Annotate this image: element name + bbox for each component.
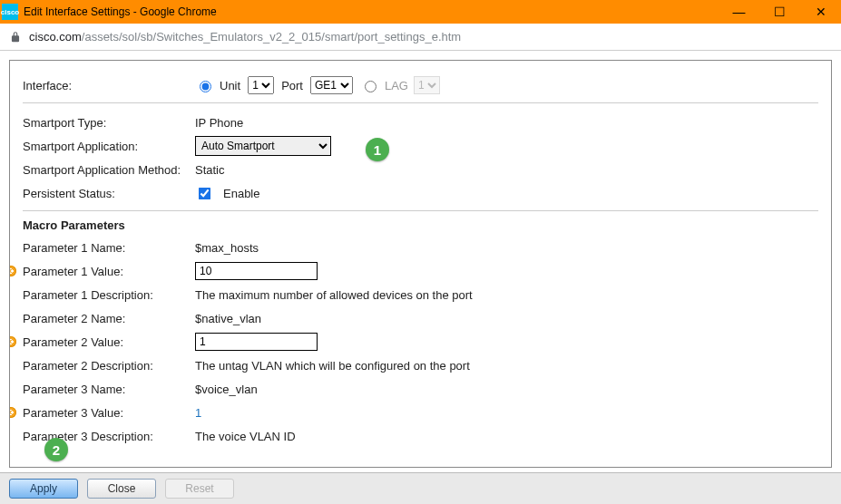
lag-label: LAG — [385, 79, 408, 92]
close-button[interactable]: Close — [87, 479, 156, 499]
minimize-button[interactable]: — — [719, 0, 759, 24]
close-window-button[interactable]: ✕ — [800, 0, 841, 24]
value-p2-name: $native_vlan — [195, 312, 818, 325]
separator-2 — [23, 210, 818, 211]
value-p3-value: 1 — [195, 406, 818, 420]
label-p2-value: Parameter 2 Value: — [23, 335, 195, 349]
label-p1-desc: Parameter 1 Description: — [23, 288, 195, 302]
label-p1-name: Parameter 1 Name: — [23, 241, 195, 255]
reset-button[interactable]: Reset — [165, 479, 234, 499]
port-label: Port — [281, 79, 303, 92]
label-smartport-type: Smartport Type: — [23, 116, 195, 130]
value-p1-desc: The maximum number of allowed devices on… — [195, 288, 818, 302]
label-persistent: Persistent Status: — [23, 187, 195, 200]
label-p1-value: Parameter 1 Value: — [23, 265, 195, 278]
row-persistent: Persistent Status: Enable — [23, 181, 818, 205]
row-smartport-app: Smartport Application: Auto Smartport — [23, 134, 818, 158]
window-title: Edit Interface Settings - Google Chrome — [24, 5, 719, 18]
dialog-footer: Apply Close Reset — [0, 472, 841, 504]
value-p2-desc: The untag VLAN which will be configured … — [195, 359, 818, 373]
unit-radio-group[interactable]: Unit — [195, 78, 240, 92]
window-controls: — ☐ ✕ — [719, 0, 841, 24]
input-p2-value[interactable] — [195, 333, 318, 351]
callout-badge-1: 1 — [366, 138, 389, 161]
label-p3-value: Parameter 3 Value: — [23, 406, 195, 420]
input-p1-value[interactable] — [195, 262, 318, 280]
maximize-button[interactable]: ☐ — [759, 0, 800, 24]
apply-button[interactable]: Apply — [9, 479, 78, 499]
port-select[interactable]: GE1 — [310, 76, 353, 94]
cisco-logo-icon: cisco — [2, 4, 18, 20]
label-p2-name: Parameter 2 Name: — [23, 312, 195, 325]
value-p3-desc: The voice VLAN ID — [195, 430, 818, 443]
address-bar: cisco.com/assets/sol/sb/Switches_Emulato… — [0, 24, 841, 51]
unit-radio[interactable] — [200, 81, 211, 92]
row-smartport-type: Smartport Type: IP Phone — [23, 111, 818, 134]
url-path: /assets/sol/sb/Switches_Emulators_v2_2_0… — [82, 30, 461, 44]
persistent-checkbox-label: Enable — [223, 187, 259, 200]
row-interface: Interface: Unit 1 Port GE1 LAG — [23, 73, 818, 97]
window-title-bar: cisco Edit Interface Settings - Google C… — [0, 0, 841, 24]
callout-badge-2: 2 — [44, 438, 68, 461]
unit-select[interactable]: 1 — [248, 76, 274, 94]
label-smartport-app: Smartport Application: — [23, 140, 195, 153]
label-interface: Interface: — [23, 79, 195, 92]
lag-select: 1 — [414, 76, 440, 94]
row-smartport-method: Smartport Application Method: Static — [23, 158, 818, 181]
persistent-checkbox[interactable] — [199, 187, 211, 199]
lock-icon — [9, 31, 22, 44]
smartport-app-select[interactable]: Auto Smartport — [195, 136, 331, 156]
url-host: cisco.com — [29, 30, 82, 44]
separator — [23, 102, 818, 103]
unit-label: Unit — [220, 79, 240, 92]
lag-radio[interactable] — [365, 81, 376, 92]
lag-radio-group[interactable]: LAG — [360, 78, 408, 92]
value-smartport-type: IP Phone — [195, 116, 818, 130]
label-p3-name: Parameter 3 Name: — [23, 383, 195, 396]
value-p1-name: $max_hosts — [195, 241, 818, 255]
settings-panel: Interface: Unit 1 Port GE1 LAG — [9, 60, 832, 468]
label-p2-desc: Parameter 2 Description: — [23, 359, 195, 373]
label-smartport-method: Smartport Application Method: — [23, 163, 195, 177]
value-smartport-method: Static — [195, 163, 818, 177]
value-p3-name: $voice_vlan — [195, 383, 818, 396]
macro-parameters-heading: Macro Parameters — [23, 218, 818, 232]
